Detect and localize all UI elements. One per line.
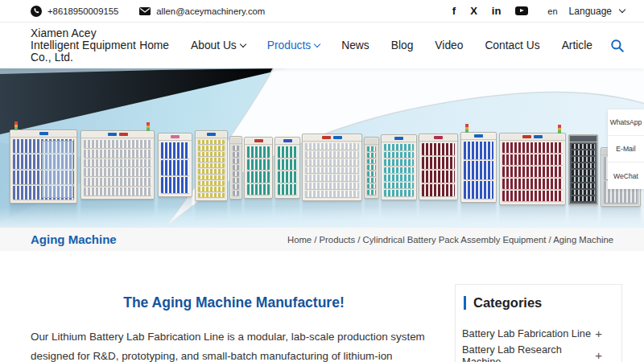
nav-item-article[interactable]: Article bbox=[562, 39, 592, 51]
machine-header bbox=[365, 138, 378, 145]
envelope-icon bbox=[139, 7, 151, 15]
nav-menu: HomeAbout UsProductsNewsBlogVideoContact… bbox=[139, 39, 592, 51]
search-button[interactable] bbox=[610, 39, 625, 53]
nav-item-products[interactable]: Products bbox=[267, 39, 320, 51]
shelf-row bbox=[198, 140, 225, 144]
shelf-row bbox=[84, 168, 151, 176]
shelf-row bbox=[198, 163, 225, 167]
phone-link[interactable]: +8618950009155 bbox=[31, 6, 118, 17]
brand-chip bbox=[171, 135, 180, 138]
signal-tower-lamp bbox=[147, 122, 150, 131]
aging-machines-illustration bbox=[0, 68, 644, 228]
shelf-row bbox=[384, 144, 414, 150]
expand-plus-icon[interactable]: + bbox=[595, 327, 602, 340]
shelf-row bbox=[198, 193, 225, 197]
shelf-row bbox=[384, 167, 414, 174]
shelf-row bbox=[367, 190, 376, 195]
shelf-row bbox=[367, 159, 376, 164]
shelf-row bbox=[161, 160, 189, 176]
machine-header bbox=[419, 134, 457, 142]
side-contact-whatsapp[interactable]: WhatsApp bbox=[608, 109, 644, 136]
glass-door bbox=[42, 141, 73, 198]
shelf-row bbox=[422, 171, 455, 183]
nav-item-contact-us[interactable]: Contact Us bbox=[485, 39, 539, 51]
brand-chip bbox=[207, 133, 216, 136]
shelf-row bbox=[161, 177, 189, 193]
nav-item-label: Home bbox=[139, 39, 169, 51]
machine-cabinet bbox=[244, 137, 273, 199]
shelf-row bbox=[422, 143, 455, 155]
shelf-row bbox=[84, 178, 151, 186]
machine-cabinet bbox=[158, 133, 192, 197]
brand-chip bbox=[39, 132, 48, 135]
shelf-row bbox=[233, 171, 239, 176]
shelf-row bbox=[233, 152, 239, 157]
shelf-row bbox=[198, 169, 225, 173]
category-accent-bar bbox=[464, 296, 466, 310]
side-contact-email[interactable]: E-Mail bbox=[608, 136, 644, 162]
shelf-row bbox=[305, 183, 359, 189]
machine-header bbox=[196, 131, 227, 138]
machine-header bbox=[500, 134, 565, 141]
shelf-row bbox=[305, 159, 359, 166]
shelf-row bbox=[161, 142, 189, 158]
shelf-row bbox=[464, 181, 493, 199]
category-item[interactable]: Battery Lab Fabrication Line+ bbox=[456, 323, 621, 344]
nav-item-home[interactable]: Home bbox=[139, 39, 169, 51]
shelf-row bbox=[278, 171, 297, 183]
shelf-row bbox=[502, 154, 563, 165]
whatsapp-phone-icon bbox=[31, 6, 42, 17]
shelf-row bbox=[305, 143, 359, 150]
expand-plus-icon[interactable]: + bbox=[595, 348, 602, 362]
shelf-row bbox=[367, 178, 376, 183]
shelf-row bbox=[384, 183, 414, 189]
machine-shelves bbox=[233, 146, 239, 195]
nav-item-video[interactable]: Video bbox=[435, 39, 463, 51]
language-label: Language bbox=[569, 6, 612, 17]
hero-banner: WhatsAppE-MailWeChat bbox=[0, 68, 644, 228]
facebook-icon[interactable]: f bbox=[452, 6, 456, 16]
email-link[interactable]: allen@aceymachinery.com bbox=[139, 6, 265, 16]
shelf-row bbox=[247, 146, 270, 158]
section-heading: The Aging Machine Manufacture! bbox=[31, 294, 437, 311]
shelf-row bbox=[464, 142, 493, 159]
shelf-row bbox=[233, 146, 239, 150]
category-item[interactable]: Battery Lab Research Machine+ bbox=[456, 344, 621, 362]
side-contact-wechat[interactable]: WeChat bbox=[608, 162, 644, 189]
shelf-row bbox=[198, 152, 225, 156]
youtube-icon[interactable] bbox=[515, 6, 528, 15]
chevron-down-icon bbox=[619, 6, 625, 13]
shelf-row bbox=[367, 146, 376, 151]
shelf-row bbox=[502, 179, 563, 189]
signal-tower-lamp bbox=[558, 125, 561, 134]
machine-shelves bbox=[384, 144, 414, 196]
machine-cabinet bbox=[381, 134, 417, 200]
social-links: fXin bbox=[452, 6, 529, 16]
machine-header bbox=[159, 134, 192, 141]
nav-item-news[interactable]: News bbox=[341, 39, 369, 51]
nav-item-label: News bbox=[341, 39, 369, 51]
breadcrumb[interactable]: Home / Products / Cylindrical Battery Pa… bbox=[287, 235, 613, 245]
shelf-row bbox=[384, 152, 414, 158]
contact-quick-panel: WhatsAppE-MailWeChat bbox=[608, 109, 644, 189]
category-list: Battery Lab Fabrication Line+Battery Lab… bbox=[456, 323, 621, 362]
machine-shelves bbox=[464, 142, 493, 199]
category-label: Battery Lab Fabrication Line bbox=[462, 327, 591, 339]
machine-header bbox=[461, 133, 496, 140]
language-selector[interactable]: Language bbox=[569, 6, 625, 17]
shelf-row bbox=[305, 167, 359, 174]
nav-item-about-us[interactable]: About Us bbox=[191, 39, 246, 51]
shelf-row bbox=[572, 157, 595, 162]
nav-item-blog[interactable]: Blog bbox=[391, 39, 414, 51]
machine-header bbox=[275, 138, 299, 145]
x-twitter-icon[interactable]: X bbox=[470, 6, 477, 16]
brand-chip bbox=[534, 135, 543, 138]
linkedin-icon[interactable]: in bbox=[492, 6, 502, 16]
company-name[interactable]: Xiamen Acey Intelligent Equipment Co., L… bbox=[31, 27, 139, 64]
shelf-row bbox=[198, 175, 225, 179]
shelf-row bbox=[572, 183, 595, 188]
phone-number: +8618950009155 bbox=[47, 6, 118, 16]
shelf-row bbox=[572, 190, 595, 195]
search-icon bbox=[610, 39, 625, 53]
shelf-row bbox=[367, 171, 376, 176]
